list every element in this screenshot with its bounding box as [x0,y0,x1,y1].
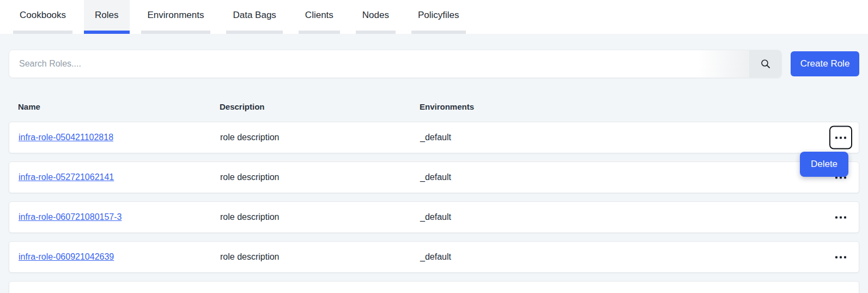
search-icon [760,58,771,69]
table-row: infra-role-052721062141 role description… [9,162,859,193]
role-name-link[interactable]: infra-role-060921042639 [19,252,114,262]
role-description: role description [220,212,420,222]
role-name-link[interactable]: infra-role-060721080157-3 [19,212,122,222]
role-name-link[interactable]: infra-role-052721062141 [19,172,114,182]
table-row: infra-role-050421102818 role description… [9,122,859,153]
role-description: role description [220,172,420,182]
tab-label: Nodes [362,10,389,20]
role-name-link[interactable]: infra-role-050421102818 [19,133,113,142]
tab-underline [141,31,211,34]
tab-cookbooks[interactable]: Cookbooks [9,0,77,34]
row-actions-cell [810,202,859,232]
tab-label: Clients [305,10,333,20]
more-actions-button[interactable] [829,246,852,269]
tab-environments[interactable]: Environments [137,0,215,34]
roles-page: Create Role Name Description Environment… [0,34,868,293]
role-description: role description [220,252,420,262]
table-row: infra-role-060921042639 role description… [9,241,859,273]
row-actions-menu: Delete [800,152,848,177]
column-header-environments: Environments [420,101,810,113]
tab-data-bags[interactable]: Data Bags [222,0,287,34]
table-row-partial [9,281,859,293]
tab-underline [356,31,396,34]
create-role-button[interactable]: Create Role [791,51,859,76]
infrastructure-tab-bar: Cookbooks Roles Environments Data Bags C… [0,0,868,34]
tab-underline [411,31,466,34]
search-group [9,50,782,78]
tab-label: Data Bags [233,10,276,20]
tab-label: Policyfiles [418,10,459,20]
column-header-name: Name [18,101,220,113]
tab-underline [226,31,282,34]
ellipsis-horizontal-icon [835,216,846,218]
roles-table-body: infra-role-050421102818 role description… [9,122,859,293]
column-header-description: Description [220,101,420,113]
tab-label: Roles [95,10,118,20]
role-environments: _default [420,252,810,262]
tab-label: Cookbooks [20,10,66,20]
tab-underline-active [84,31,129,34]
search-button[interactable] [749,50,781,77]
role-environments: _default [420,172,810,182]
ellipsis-horizontal-icon [835,136,846,139]
tab-nodes[interactable]: Nodes [351,0,400,34]
role-description: role description [220,133,420,142]
table-row: infra-role-060721080157-3 role descripti… [9,201,859,233]
ellipsis-horizontal-icon [835,256,846,258]
tab-label: Environments [148,10,204,20]
row-actions-cell [810,242,859,272]
roles-table-header: Name Description Environments [9,101,859,113]
delete-menu-item[interactable]: Delete [811,159,837,170]
row-actions-cell: Delete [810,122,859,153]
tab-roles[interactable]: Roles [84,0,129,34]
search-row: Create Role [9,50,859,78]
tab-policyfiles[interactable]: Policyfiles [407,0,470,34]
role-environments: _default [420,212,810,222]
role-environments: _default [420,133,810,142]
more-actions-button[interactable] [829,126,852,150]
search-input[interactable] [9,50,749,77]
tab-underline [299,31,340,34]
more-actions-button[interactable] [829,206,852,229]
tab-underline [13,31,72,34]
tab-clients[interactable]: Clients [294,0,344,34]
